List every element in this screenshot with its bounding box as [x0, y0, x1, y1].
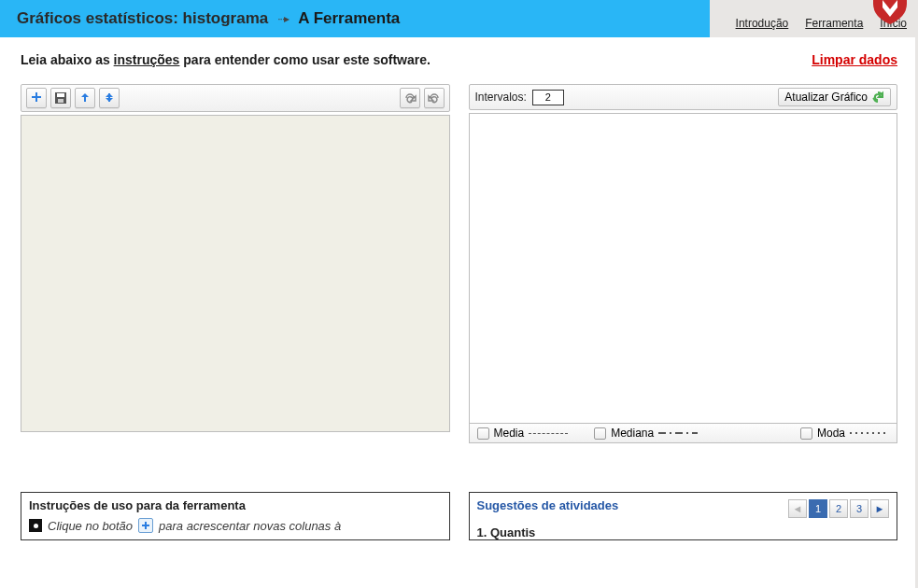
- legend-bar: Media Mediana Moda: [469, 424, 898, 443]
- media-label: Media: [494, 427, 525, 440]
- chart-toolbar: Intervalos: Atualizar Gráfico: [469, 84, 898, 110]
- shield-logo-icon: [869, 0, 911, 24]
- undo-icon: [428, 91, 441, 105]
- media-checkbox[interactable]: [477, 427, 489, 440]
- refresh-icon: [871, 91, 884, 104]
- instructions-title: Instruções de uso para da ferramenta: [29, 498, 442, 512]
- instruction-item: Clique no botão para acrescentar novas c…: [29, 518, 442, 533]
- activities-title: Sugestões de atividades: [477, 498, 619, 512]
- save-button[interactable]: [50, 88, 71, 108]
- media-line-icon: [529, 433, 568, 434]
- pager-next[interactable]: ►: [870, 499, 889, 518]
- undo-button[interactable]: [424, 88, 445, 108]
- instructions-panel: Instruções de uso para da ferramenta Cli…: [21, 492, 450, 540]
- top-nav: Introdução Ferramenta Início: [710, 0, 918, 37]
- moda-checkbox[interactable]: [800, 427, 812, 440]
- mediana-checkbox[interactable]: [594, 427, 606, 440]
- redo-button[interactable]: [400, 88, 420, 108]
- pager: ◄ 1 2 3 ►: [788, 499, 889, 518]
- pager-2[interactable]: 2: [829, 499, 848, 518]
- app-subtitle: A Ferramenta: [298, 9, 400, 28]
- data-grid[interactable]: [21, 115, 450, 432]
- mediana-label: Mediana: [611, 427, 654, 440]
- chart-canvas: [469, 113, 898, 424]
- pager-prev[interactable]: ◄: [788, 499, 807, 518]
- instructions-link[interactable]: instruções: [114, 52, 180, 67]
- svg-rect-2: [58, 99, 64, 103]
- data-toolbar: [21, 84, 450, 112]
- import-button[interactable]: [75, 88, 95, 108]
- bullet-icon: [29, 519, 42, 532]
- pager-1[interactable]: 1: [809, 499, 827, 518]
- mediana-line-icon: [658, 432, 698, 434]
- svg-rect-1: [57, 93, 64, 97]
- intervalos-input[interactable]: [532, 90, 564, 105]
- title-bar: Gráficos estatísticos: histograma ···▸ A…: [0, 0, 710, 37]
- redo-icon: [403, 91, 417, 105]
- inline-plus-icon: [138, 518, 153, 533]
- arrow-in-icon: [78, 91, 92, 105]
- export-button[interactable]: [99, 88, 120, 108]
- moda-label: Moda: [817, 427, 845, 440]
- app-title: Gráficos estatísticos: histograma: [17, 9, 268, 28]
- intro-text: Leia abaixo as instruções para entender …: [21, 52, 431, 67]
- clear-data-link[interactable]: Limpar dados: [812, 52, 897, 67]
- update-chart-button[interactable]: Atualizar Gráfico: [778, 88, 891, 106]
- plus-icon: [30, 91, 43, 105]
- moda-line-icon: [850, 432, 889, 434]
- nav-ferramenta[interactable]: Ferramenta: [805, 17, 863, 30]
- title-separator-icon: ···▸: [277, 12, 289, 25]
- activities-panel: Sugestões de atividades ◄ 1 2 3 ► 1. Qua…: [469, 492, 898, 540]
- activity-item[interactable]: 1. Quantis: [477, 525, 890, 539]
- pager-3[interactable]: 3: [850, 499, 869, 518]
- add-column-button[interactable]: [26, 88, 47, 108]
- floppy-icon: [54, 91, 67, 105]
- nav-introducao[interactable]: Introdução: [736, 17, 789, 30]
- intervalos-label: Intervalos:: [475, 91, 527, 104]
- arrow-out-icon: [103, 91, 116, 105]
